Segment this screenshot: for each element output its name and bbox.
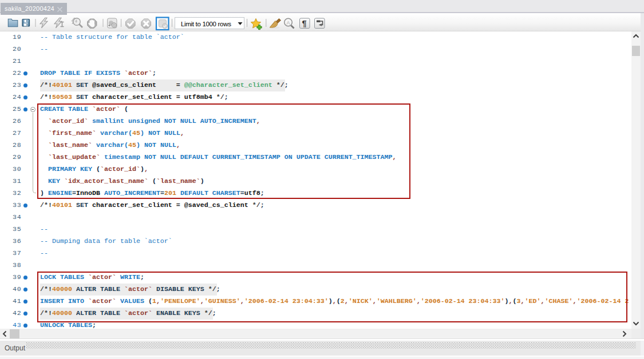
svg-text:A: A — [287, 20, 290, 26]
svg-text:¶: ¶ — [302, 19, 307, 28]
